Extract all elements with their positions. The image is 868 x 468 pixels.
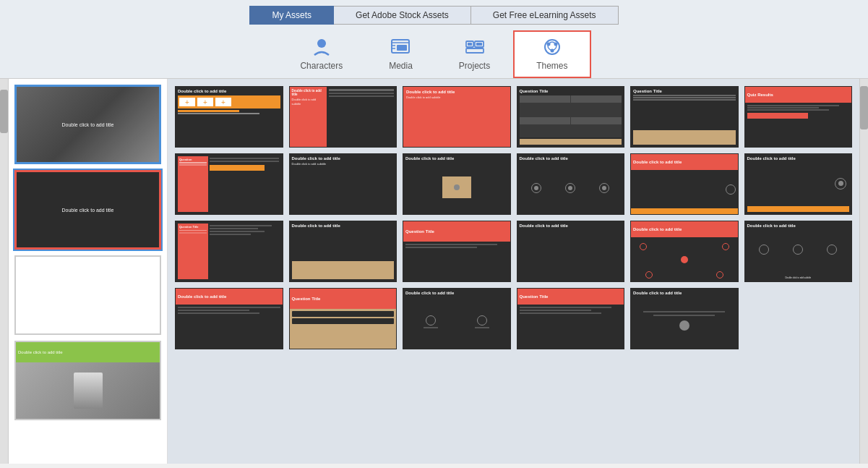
theme-card-2-5[interactable]: Double click to add title — [630, 153, 739, 215]
characters-icon — [311, 36, 332, 58]
tab-free-elearning[interactable]: Get Free eLearning Assets — [471, 6, 619, 25]
theme-card-3-3[interactable]: Question Title — [403, 221, 511, 282]
theme-card-2-6[interactable]: Double click to add title — [744, 153, 853, 215]
theme-card-3-4[interactable]: Double click to add title — [517, 221, 625, 282]
tab-projects[interactable]: Projects — [436, 30, 513, 78]
tab-themes[interactable]: Themes — [513, 30, 590, 78]
theme-card-1-1[interactable]: Double click to add title + + + — [175, 86, 283, 148]
projects-icon — [464, 36, 486, 58]
theme-card-1-3[interactable]: Double click to add title Double click t… — [403, 86, 511, 148]
svg-rect-5 — [466, 48, 484, 53]
primary-tabs: My Assets Get Adobe Stock Assets Get Fre… — [249, 6, 618, 25]
theme-card-1-5[interactable]: Question Title — [630, 86, 739, 148]
slide-thumb-4[interactable]: Double click to add title — [14, 341, 161, 420]
right-scroll-thumb[interactable] — [860, 86, 868, 129]
theme-card-4-4[interactable]: Question Title — [517, 288, 625, 349]
svg-point-0 — [317, 39, 326, 48]
theme-card-3-1[interactable]: Question Title — [175, 221, 283, 282]
main-content: Double click to add title Double click t… — [0, 79, 868, 464]
theme-card-4-1[interactable]: Double click to add title — [175, 288, 283, 349]
slide-thumb-2[interactable]: Double click to add title — [14, 170, 161, 250]
left-scrollbar[interactable] — [0, 79, 9, 464]
theme-card-1-4[interactable]: Question Title — [517, 86, 625, 148]
theme-card-3-5[interactable]: Double click to add title — [630, 221, 739, 282]
characters-label: Characters — [300, 61, 343, 71]
top-bar: My Assets Get Adobe Stock Assets Get Fre… — [0, 0, 868, 79]
svg-rect-7 — [476, 43, 482, 46]
slide-1-inner: Double click to add title — [17, 87, 159, 162]
theme-card-3-6[interactable]: Double click to add title Double click t… — [744, 221, 853, 282]
theme-card-1-6[interactable]: Quiz Results — [744, 86, 853, 148]
themes-icon — [541, 36, 563, 58]
slide-thumb-1[interactable]: Double click to add title — [14, 85, 161, 164]
svg-rect-6 — [468, 43, 472, 46]
theme-card-4-2[interactable]: Question Title — [289, 288, 398, 349]
projects-label: Projects — [459, 61, 490, 71]
theme-card-4-3[interactable]: Double click to add title — [403, 288, 511, 349]
theme-grid: Double click to add title + + + — [175, 86, 852, 349]
theme-card-2-1[interactable]: Question — [175, 153, 283, 215]
tab-adobe-stock[interactable]: Get Adobe Stock Assets — [334, 6, 471, 25]
theme-card-3-2[interactable]: Double click to add title — [289, 221, 398, 282]
right-scrollbar[interactable] — [859, 79, 868, 464]
tab-characters[interactable]: Characters — [277, 30, 366, 78]
slide-panel: Double click to add title Double click t… — [9, 79, 168, 464]
theme-card-2-4[interactable]: Double click to add title — [517, 153, 625, 215]
theme-card-2-2[interactable]: Double click to add title Double click t… — [289, 153, 398, 215]
theme-card-4-5[interactable]: Double click to add title — [630, 288, 739, 349]
slide-3-inner — [16, 257, 160, 333]
themes-label: Themes — [536, 61, 567, 71]
tab-media[interactable]: Media — [366, 30, 436, 78]
slide-thumb-3[interactable] — [14, 255, 161, 335]
slide-2-inner: Double click to add title — [17, 172, 159, 247]
theme-grid-panel: Double click to add title + + + — [168, 79, 859, 464]
media-icon — [390, 36, 411, 58]
media-label: Media — [389, 61, 413, 71]
theme-card-2-3[interactable]: Double click to add title — [403, 153, 511, 215]
tab-my-assets[interactable]: My Assets — [249, 6, 334, 25]
theme-card-1-2[interactable]: Double click to add title Double click t… — [289, 86, 398, 148]
svg-rect-2 — [397, 45, 407, 51]
left-scroll-thumb[interactable] — [0, 90, 8, 133]
theme-card-4-6 — [744, 288, 853, 349]
icon-tabs: Characters Media Projects — [277, 30, 590, 78]
slide-4-inner: Double click to add title — [16, 342, 160, 419]
